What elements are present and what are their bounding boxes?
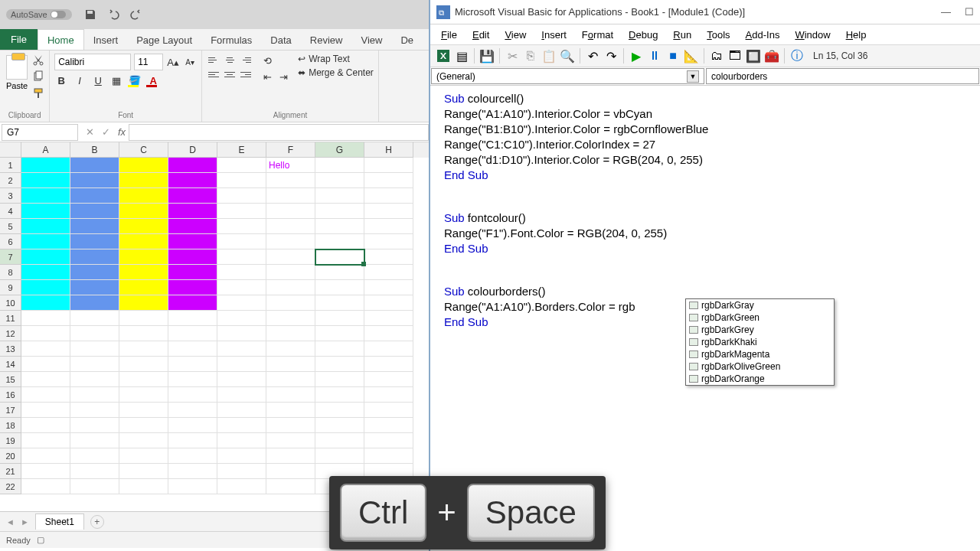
cell-H10[interactable] xyxy=(364,295,413,311)
sheet-nav-right-icon[interactable]: ► xyxy=(21,517,29,527)
tab-file[interactable]: File xyxy=(0,29,38,50)
cell-C16[interactable] xyxy=(119,387,168,403)
italic-button[interactable]: I xyxy=(73,73,87,87)
intellisense-item[interactable]: rgbDarkOrange xyxy=(686,373,834,385)
row-header-10[interactable]: 10 xyxy=(0,295,21,311)
cell-F4[interactable] xyxy=(266,204,315,219)
add-sheet-button[interactable]: + xyxy=(90,515,104,529)
find-icon[interactable]: 🔍 xyxy=(559,47,576,64)
cell-F16[interactable] xyxy=(266,387,315,403)
intellisense-item[interactable]: rgbDarkKhaki xyxy=(686,336,834,348)
cell-H14[interactable] xyxy=(364,357,413,372)
cell-B16[interactable] xyxy=(70,387,119,403)
cell-D6[interactable] xyxy=(168,234,217,249)
cell-B8[interactable] xyxy=(70,265,119,280)
merge-center-button[interactable]: ⬌ Merge & Center xyxy=(298,67,374,78)
cell-F11[interactable] xyxy=(266,311,315,326)
cell-H15[interactable] xyxy=(364,372,413,387)
cell-H3[interactable] xyxy=(364,188,413,204)
tab-review[interactable]: Review xyxy=(301,30,352,50)
cell-B5[interactable] xyxy=(70,219,119,234)
cell-H2[interactable] xyxy=(364,173,413,188)
cell-G11[interactable] xyxy=(315,311,364,326)
cell-F3[interactable] xyxy=(266,188,315,204)
cell-F7[interactable] xyxy=(266,249,315,265)
cell-G16[interactable] xyxy=(315,387,364,403)
cell-G6[interactable] xyxy=(315,234,364,249)
copy-icon[interactable] xyxy=(32,70,44,83)
cell-G14[interactable] xyxy=(315,357,364,372)
redo-icon[interactable] xyxy=(130,8,142,21)
cell-A22[interactable] xyxy=(21,479,70,494)
tab-developer[interactable]: De xyxy=(391,30,423,50)
align-left-icon[interactable] xyxy=(207,68,220,80)
col-header-a[interactable]: A xyxy=(21,142,70,158)
cell-A14[interactable] xyxy=(21,357,70,372)
row-header-21[interactable]: 21 xyxy=(0,464,21,479)
help-icon[interactable]: ⓘ xyxy=(789,47,805,64)
row-header-13[interactable]: 13 xyxy=(0,341,21,357)
increase-font-icon[interactable]: A▴ xyxy=(166,55,180,69)
cell-C9[interactable] xyxy=(119,280,168,295)
cell-E17[interactable] xyxy=(217,403,266,418)
intellisense-item[interactable]: rgbDarkGreen xyxy=(686,311,834,324)
menu-format[interactable]: Format xyxy=(576,28,619,42)
cell-F12[interactable] xyxy=(266,326,315,341)
cell-G13[interactable] xyxy=(315,341,364,357)
cell-E15[interactable] xyxy=(217,372,266,387)
cell-H13[interactable] xyxy=(364,341,413,357)
cell-G10[interactable] xyxy=(315,295,364,311)
copy-icon[interactable]: ⎘ xyxy=(522,47,539,64)
cell-E11[interactable] xyxy=(217,311,266,326)
cell-G9[interactable] xyxy=(315,280,364,295)
undo-icon[interactable]: ↶ xyxy=(584,47,601,64)
cell-G1[interactable] xyxy=(315,158,364,173)
align-top-right-icon[interactable] xyxy=(239,54,253,66)
cell-A12[interactable] xyxy=(21,326,70,341)
cell-G2[interactable] xyxy=(315,173,364,188)
row-header-11[interactable]: 11 xyxy=(0,311,21,326)
cell-H16[interactable] xyxy=(364,387,413,403)
row-header-6[interactable]: 6 xyxy=(0,234,21,249)
border-button[interactable]: ▦ xyxy=(109,73,123,87)
cell-C19[interactable] xyxy=(119,433,168,448)
col-header-f[interactable]: F xyxy=(266,142,315,158)
cell-H11[interactable] xyxy=(364,311,413,326)
cell-F14[interactable] xyxy=(266,357,315,372)
cell-E10[interactable] xyxy=(217,295,266,311)
cell-D15[interactable] xyxy=(168,372,217,387)
cell-C13[interactable] xyxy=(119,341,168,357)
cell-H12[interactable] xyxy=(364,326,413,341)
cell-F22[interactable] xyxy=(266,479,315,494)
cell-G20[interactable] xyxy=(315,448,364,464)
cell-C20[interactable] xyxy=(119,448,168,464)
cell-E1[interactable] xyxy=(217,158,266,173)
cell-D20[interactable] xyxy=(168,448,217,464)
cell-B20[interactable] xyxy=(70,448,119,464)
intellisense-item[interactable]: rgbDarkGrey xyxy=(686,324,834,336)
cell-F13[interactable] xyxy=(266,341,315,357)
cell-E4[interactable] xyxy=(217,204,266,219)
cell-H8[interactable] xyxy=(364,265,413,280)
cell-A5[interactable] xyxy=(21,219,70,234)
cell-G17[interactable] xyxy=(315,403,364,418)
cell-H4[interactable] xyxy=(364,204,413,219)
row-header-17[interactable]: 17 xyxy=(0,403,21,418)
cell-A7[interactable] xyxy=(21,249,70,265)
object-dropdown[interactable]: (General) ▼ xyxy=(431,68,704,84)
menu-view[interactable]: View xyxy=(498,28,532,42)
cell-A16[interactable] xyxy=(21,387,70,403)
menu-run[interactable]: Run xyxy=(667,28,697,42)
cell-B14[interactable] xyxy=(70,357,119,372)
cell-F15[interactable] xyxy=(266,372,315,387)
row-header-5[interactable]: 5 xyxy=(0,219,21,234)
cell-B3[interactable] xyxy=(70,188,119,204)
cell-G7[interactable] xyxy=(315,249,364,265)
menu-addins[interactable]: Add-Ins xyxy=(740,28,786,42)
cell-D19[interactable] xyxy=(168,433,217,448)
view-excel-icon[interactable] xyxy=(435,47,452,64)
row-header-9[interactable]: 9 xyxy=(0,280,21,295)
cell-D11[interactable] xyxy=(168,311,217,326)
tab-insert[interactable]: Insert xyxy=(84,30,128,50)
row-header-8[interactable]: 8 xyxy=(0,265,21,280)
